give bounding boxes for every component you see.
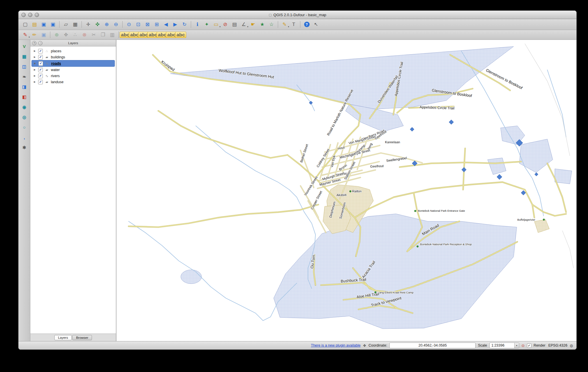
add-wcs-layer-button[interactable]: ◎	[20, 114, 28, 121]
tab-browser[interactable]: Browser	[72, 335, 92, 340]
add-wfs-layer-button[interactable]: ○	[20, 124, 28, 131]
file-new-button[interactable]: ▢	[21, 21, 29, 28]
cut-features-button[interactable]: ✂	[89, 31, 98, 39]
zoom-native-button[interactable]: ⊙	[125, 21, 133, 28]
plugin-icon[interactable]: ❖	[363, 343, 366, 348]
add-mssql-layer-button[interactable]: ◨	[20, 83, 28, 90]
add-postgis-layer-button[interactable]: ◫	[20, 63, 28, 70]
copy-features-button[interactable]: ❐	[99, 31, 107, 39]
tree-expand-icon[interactable]: ▶	[34, 56, 36, 58]
label-properties-button[interactable]: abc	[167, 31, 176, 39]
tree-expand-icon[interactable]: ▶	[34, 75, 36, 77]
add-delimited-text-layer-button[interactable]: ,	[20, 134, 28, 141]
add-oracle-layer-button[interactable]: ◧	[20, 93, 28, 101]
new-print-composer-button[interactable]: ▱	[62, 21, 70, 28]
text-annotation-button[interactable]: T	[289, 21, 298, 28]
svg-text:Hout: Hout	[337, 146, 345, 150]
zoom-out-button[interactable]: ⊖	[112, 21, 120, 28]
zoom-next-button[interactable]: ▶	[171, 21, 180, 28]
render-checkbox[interactable]: ✓	[527, 343, 531, 348]
save-as-button[interactable]: ▣	[49, 21, 57, 28]
minimize-window-button[interactable]	[28, 13, 32, 17]
title-bar[interactable]: ▢ QGIS 2.0.1-Dufour - basic_map	[19, 11, 576, 19]
current-edits-button[interactable]: ✎	[21, 31, 29, 39]
measure-button[interactable]: ∠	[239, 21, 248, 28]
identify-features-button[interactable]: ℹ	[193, 21, 202, 28]
layer-row-water[interactable]: ▶✓▰water	[32, 67, 115, 73]
layer-checkbox[interactable]: ✓	[38, 80, 43, 84]
label-rotate-button[interactable]: abc	[158, 31, 167, 39]
node-tool-button[interactable]: ∴	[71, 31, 79, 39]
deselect-features-button[interactable]: ⊘	[221, 21, 230, 28]
zoom-last-button[interactable]: ◀	[162, 21, 170, 28]
layer-checkbox[interactable]: ✓	[38, 74, 43, 78]
save-button[interactable]: ▣	[39, 21, 48, 28]
panel-float-icon[interactable]: ◦	[38, 41, 42, 45]
layer-checkbox[interactable]: ✓	[38, 49, 43, 53]
layer-checkbox[interactable]: ✓	[38, 61, 43, 66]
annotation-button[interactable]: ✎	[280, 21, 289, 28]
pan-to-selection-button[interactable]: ✜	[93, 21, 102, 28]
new-bookmark-button[interactable]: ★	[258, 21, 267, 28]
layer-row-rivers[interactable]: ▶✓∿rivers	[32, 73, 115, 79]
save-layer-edits-button[interactable]: ▣	[39, 31, 48, 39]
pan-map-button[interactable]: ✛	[84, 21, 93, 28]
whats-this-button[interactable]: ↖	[312, 21, 320, 28]
close-window-button[interactable]	[21, 13, 26, 17]
label-move-button[interactable]: abc	[149, 31, 157, 39]
folder-open-button[interactable]: ▤	[30, 21, 39, 28]
zoom-full-button[interactable]: ⊡	[134, 21, 143, 28]
coordinate-input[interactable]: 20.4562,-34.0585	[389, 343, 476, 348]
tree-expand-icon[interactable]: ▶	[34, 62, 37, 65]
tree-expand-icon[interactable]: ▶	[34, 81, 36, 83]
label-diagram-button[interactable]: abc	[176, 31, 185, 39]
layer-row-roads[interactable]: ▶✓∿roads	[32, 60, 115, 67]
magnifier-lock-icon[interactable]: ⊙	[522, 343, 525, 348]
layer-row-buildings[interactable]: ▶✓▰buildings	[32, 54, 115, 60]
labeling-options-button[interactable]: abc	[121, 31, 130, 39]
select-features-button[interactable]: ▭	[212, 21, 220, 28]
crs-status-icon[interactable]: ◍	[570, 343, 573, 348]
map-canvas[interactable]: KruispadWolfkloof Hut to Glenstroom HutG…	[117, 40, 576, 341]
new-shapefile-layer-button[interactable]: ✱	[20, 144, 28, 151]
panel-close-icon[interactable]: ×	[32, 41, 36, 45]
whats-this-icon: ↖	[314, 22, 318, 27]
layer-name: water	[51, 68, 60, 72]
zoom-in-button[interactable]: ⊕	[102, 21, 111, 28]
toggle-editing-button[interactable]: ✏	[30, 31, 39, 39]
layer-row-places[interactable]: ▶✓∴places	[32, 48, 115, 54]
composer-manager-button[interactable]: ▦	[71, 21, 79, 28]
add-spatialite-icon: ❧	[23, 74, 26, 79]
open-attribute-table-button[interactable]: ▤	[230, 21, 239, 28]
zoom-window-button[interactable]	[35, 13, 39, 17]
add-feature-button[interactable]: ⊕	[52, 31, 61, 39]
layer-polygon-icon: ▰	[45, 68, 49, 72]
zoom-to-layer-button[interactable]: ⊞	[152, 21, 161, 28]
scale-label: Scale	[478, 343, 487, 347]
add-wms-layer-button[interactable]: ◉	[20, 103, 28, 111]
add-raster-layer-button[interactable]: ▦	[20, 53, 28, 60]
zoom-to-selection-button[interactable]: ⊠	[143, 21, 152, 28]
layer-row-landuse[interactable]: ▶✓▰landuse	[32, 79, 115, 85]
paste-features-button[interactable]: ▥	[108, 31, 117, 39]
tab-layers[interactable]: Layers	[54, 335, 72, 340]
show-bookmarks-button[interactable]: ☆	[267, 21, 276, 28]
help-button[interactable]: ?	[302, 21, 311, 28]
attribute-table-icon: ▤	[232, 22, 237, 27]
add-vector-layer-button[interactable]: V	[20, 43, 28, 50]
tree-expand-icon[interactable]: ▶	[34, 50, 36, 52]
move-feature-button[interactable]: ✥	[62, 31, 70, 39]
tree-expand-icon[interactable]: ▶	[34, 68, 36, 71]
label-pin-unpin-button[interactable]: abc	[130, 31, 139, 39]
layer-checkbox[interactable]: ✓	[38, 55, 43, 59]
label-show-hide-button[interactable]: abc	[139, 31, 148, 39]
map-tips-button[interactable]: ☛	[249, 21, 257, 28]
plugin-available-link[interactable]: There is a new plugin available	[311, 343, 361, 347]
delete-selected-button[interactable]: ⊗	[80, 31, 89, 39]
scale-combo[interactable]: 1:23396 ▾	[489, 343, 519, 348]
layer-checkbox[interactable]: ✓	[38, 68, 43, 72]
run-feature-action-button[interactable]: ✦	[202, 21, 211, 28]
add-spatialite-layer-button[interactable]: ❧	[20, 73, 28, 80]
map-refresh-button[interactable]: ↻	[180, 21, 189, 28]
scale-dropdown-icon[interactable]: ▾	[514, 343, 519, 348]
